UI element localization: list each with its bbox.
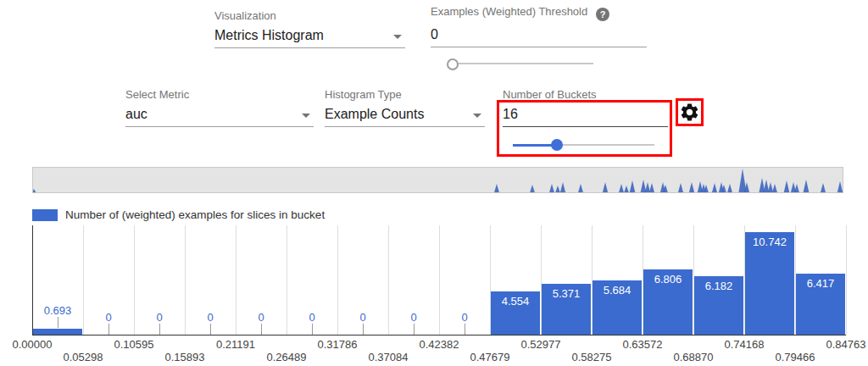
annotation-stem (465, 324, 465, 335)
x-tick-label: 0.58275 (562, 351, 621, 363)
x-tick-label: 0.47679 (460, 351, 520, 363)
bar-value-label: 0 (435, 311, 494, 324)
x-tick-label: 0.15893 (155, 351, 214, 363)
x-tick-label: 0.52977 (511, 338, 570, 351)
bar-value-label: 6.417 (791, 277, 850, 290)
annotation-stem (58, 317, 58, 328)
bar-value-label: 6.182 (689, 280, 748, 292)
x-tick-label: 0.42382 (409, 338, 469, 351)
x-tick-label: 0.10595 (104, 338, 164, 351)
x-tick-label: 0.26489 (257, 351, 316, 363)
annotation-stem (261, 324, 262, 335)
bar-value-label: 5.684 (587, 284, 647, 297)
x-tick-label: 0.63572 (613, 338, 672, 351)
x-tick-label: 0.68870 (664, 351, 723, 363)
x-tick-label: 0.37084 (359, 351, 418, 363)
x-axis-line (32, 335, 846, 336)
x-tick-label: 0.79466 (765, 351, 825, 363)
x-tick-label: 0.00000 (3, 338, 62, 351)
annotation-stem (108, 324, 109, 335)
x-tick-label: 0.21191 (206, 338, 265, 351)
annotation-stem (414, 324, 415, 335)
bar-value-label: 10.742 (740, 236, 799, 248)
annotation-stem (312, 324, 313, 335)
x-tick-label: 0.31786 (308, 338, 367, 351)
annotation-stem (159, 324, 160, 335)
annotation-stem (363, 324, 364, 335)
tfma-metrics-histogram-view: Visualization Metrics Histogram Examples… (0, 0, 868, 366)
bucket-histogram-chart: 0.693000000004.5545.3715.6846.8066.18210… (0, 0, 868, 366)
x-tick-label: 0.05298 (53, 351, 113, 363)
x-tick-label: 0.84763 (816, 338, 868, 351)
y-axis-line (32, 225, 33, 336)
x-tick-label: 0.74168 (715, 338, 774, 351)
annotation-stem (210, 324, 211, 335)
